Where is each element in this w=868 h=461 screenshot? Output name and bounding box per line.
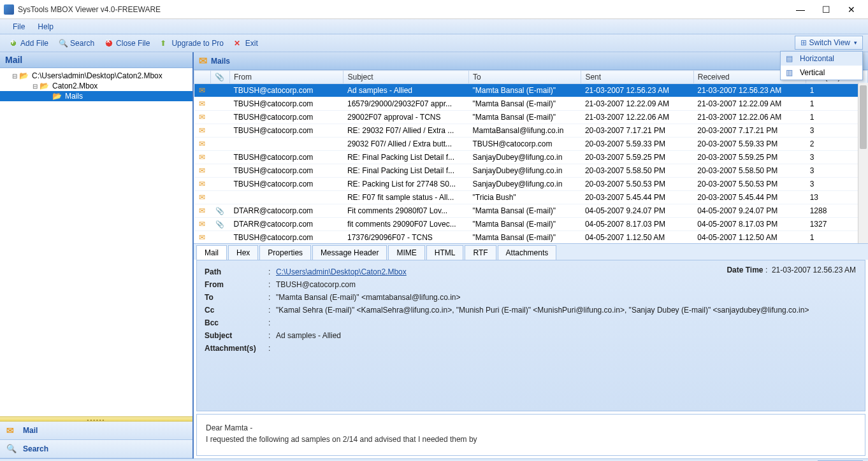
table-row[interactable]: DTARR@catocorp.comfit comments 29090F07 … — [194, 218, 868, 231]
add-file-button[interactable]: Add File — [4, 38, 54, 49]
cell-from: TBUSH@catocorp.com — [229, 97, 344, 111]
cell-received: 21-03-2007 12.22.09 AM — [693, 97, 806, 111]
cell-received: 21-03-2007 12.56.23 AM — [693, 84, 806, 97]
switch-view-dropdown: Horizontal Vertical — [780, 51, 863, 80]
cell-received: 20-03-2007 5.45.44 PM — [693, 191, 806, 204]
table-row[interactable]: 29032 F07/ Allied / Extra butt...TBUSH@c… — [194, 138, 868, 151]
cell-to: TBUSH@catocorp.com — [469, 138, 581, 151]
cell-from: TBUSH@catocorp.com — [229, 151, 344, 164]
cell-to: "Mamta Bansal (E-mail)" — [469, 111, 581, 124]
cell-subject: RE: 29032 F07/ Allied / Extra ... — [344, 124, 469, 138]
col-to[interactable]: To — [469, 71, 581, 84]
table-row[interactable]: TBUSH@catocorp.com17376/29096F07 - TCNS"… — [194, 231, 868, 244]
tree-root[interactable]: ⊟C:\Users\admin\Desktop\Caton2.Mbox — [0, 71, 192, 81]
cell-to: "Tricia Bush" — [469, 191, 581, 204]
switch-horizontal[interactable]: Horizontal — [781, 52, 862, 66]
close-button[interactable]: ✕ — [839, 2, 864, 17]
cc-value: "Kamal Sehra (E-mail)" <KamalSehra@lifun… — [276, 306, 809, 315]
exit-icon — [234, 39, 243, 48]
mail-row-icon — [199, 99, 205, 108]
folder-icon — [40, 82, 50, 90]
mail-row-icon — [199, 180, 205, 188]
mail-body: Dear Mamta - I requested the following a… — [196, 414, 865, 456]
mail-row-icon — [199, 233, 205, 242]
maximize-button[interactable]: ☐ — [813, 2, 839, 17]
table-row[interactable]: TBUSH@catocorp.comAd samples - Allied"Ma… — [194, 84, 868, 97]
cell-sent: 04-05-2007 1.12.50 AM — [581, 231, 693, 244]
nav-search[interactable]: Search — [0, 440, 192, 458]
search-button[interactable]: Search — [54, 38, 99, 49]
cell-to: "Mamta Bansal (E-mail)" — [469, 231, 581, 244]
cell-from: DTARR@catocorp.com — [229, 218, 344, 231]
col-subject[interactable]: Subject — [344, 71, 469, 84]
table-row[interactable]: TBUSH@catocorp.com16579/29000/29032F07 a… — [194, 97, 868, 111]
cell-from — [229, 191, 344, 204]
cell-subject: RE: Packing List for 27748 S0... — [344, 178, 469, 191]
close-file-button[interactable]: Close File — [99, 38, 155, 49]
path-link[interactable]: C:\Users\admin\Desktop\Caton2.Mbox — [276, 267, 407, 276]
tab-mail[interactable]: Mail — [196, 245, 227, 260]
titlebar: SysTools MBOX Viewer v4.0-FREEWARE — ☐ ✕ — [0, 0, 868, 19]
menu-help[interactable]: Help — [31, 20, 60, 33]
folder-tree: ⊟C:\Users\admin\Desktop\Caton2.Mbox ⊟Cat… — [0, 68, 192, 416]
cell-received: 04-05-2007 1.12.50 AM — [693, 231, 806, 244]
table-row[interactable]: TBUSH@catocorp.comRE: Packing List for 2… — [194, 178, 868, 191]
attachment-icon — [215, 206, 224, 215]
minimize-button[interactable]: — — [788, 2, 813, 17]
table-row[interactable]: TBUSH@catocorp.comRE: Final Packing List… — [194, 151, 868, 164]
cell-received: 20-03-2007 5.59.25 PM — [693, 151, 806, 164]
nav-mail[interactable]: Mail — [0, 422, 192, 440]
cell-sent: 20-03-2007 5.50.53 PM — [581, 178, 693, 191]
cell-from: TBUSH@catocorp.com — [229, 84, 344, 97]
exit-button[interactable]: Exit — [229, 38, 263, 49]
switch-vertical[interactable]: Vertical — [781, 66, 862, 80]
folder-icon — [52, 92, 62, 101]
mail-row-icon — [199, 193, 205, 202]
cell-sent: 21-03-2007 12.56.23 AM — [581, 84, 693, 97]
tab-attachments[interactable]: Attachments — [498, 245, 557, 260]
cell-received: 21-03-2007 12.22.06 AM — [693, 111, 806, 124]
tab-hex[interactable]: Hex — [228, 245, 258, 260]
scrollbar-thumb[interactable] — [860, 85, 867, 149]
mail-row-icon — [199, 166, 205, 175]
menu-file[interactable]: File — [6, 20, 31, 33]
cell-received: 20-03-2007 7.17.21 PM — [693, 124, 806, 138]
bcc-label: Bcc — [205, 318, 268, 327]
mail-row-icon — [199, 113, 205, 122]
cell-subject: fit comments 29090F07 Lovec... — [344, 218, 469, 231]
table-row[interactable]: TBUSH@catocorp.com29002F07 approval - TC… — [194, 111, 868, 124]
tab-message-header[interactable]: Message Header — [312, 245, 387, 260]
nav-buttons: Mail Search — [0, 422, 192, 458]
switch-view-button[interactable]: Switch View — [795, 36, 863, 50]
cell-sent: 20-03-2007 5.58.50 PM — [581, 164, 693, 178]
left-header: Mail — [0, 52, 192, 68]
table-row[interactable]: TBUSH@catocorp.comRE: 29032 F07/ Allied … — [194, 124, 868, 138]
body-line1: Dear Mamta - — [206, 423, 856, 432]
panel-splitter[interactable]: •••••• — [0, 416, 192, 422]
upgrade-button[interactable]: Upgrade to Pro — [155, 38, 228, 49]
body-line2: I requested the following ad samples on … — [206, 435, 856, 444]
close-file-icon — [105, 39, 113, 48]
table-row[interactable]: RE: F07 fit sample status - All..."Trici… — [194, 191, 868, 204]
grid-scrollbar[interactable] — [858, 83, 868, 243]
table-row[interactable]: TBUSH@catocorp.comRE: Final Packing List… — [194, 164, 868, 178]
tab-properties[interactable]: Properties — [259, 245, 311, 260]
tab-rtf[interactable]: RTF — [465, 245, 496, 260]
cell-subject: 29032 F07/ Allied / Extra butt... — [344, 138, 469, 151]
cell-from: TBUSH@catocorp.com — [229, 124, 344, 138]
col-from[interactable]: From — [229, 71, 344, 84]
tab-html[interactable]: HTML — [426, 245, 464, 260]
col-icon[interactable] — [194, 71, 211, 84]
tab-mime[interactable]: MIME — [388, 245, 424, 260]
col-attachment[interactable]: 📎 — [210, 71, 229, 84]
attachment-icon — [215, 220, 224, 229]
col-sent[interactable]: Sent — [581, 71, 693, 84]
mail-grid-wrap: 📎 From Subject To Sent Received Size(KB)… — [194, 70, 868, 243]
table-row[interactable]: DTARR@catocorp.comFit comments 29080f07 … — [194, 204, 868, 218]
tree-child2[interactable]: Mails — [0, 91, 192, 101]
from-label: From — [205, 280, 268, 289]
cell-from — [229, 138, 344, 151]
cell-sent: 20-03-2007 5.45.44 PM — [581, 191, 693, 204]
detail-datetime: Date Time : 21-03-2007 12.56.23 AM — [727, 266, 856, 274]
tree-child1[interactable]: ⊟Caton2.Mbox — [0, 81, 192, 91]
